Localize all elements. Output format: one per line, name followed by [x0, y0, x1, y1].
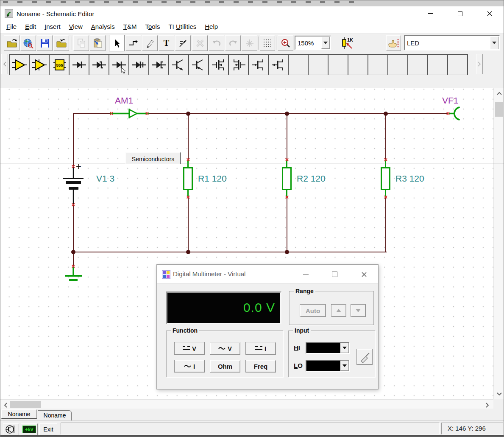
zoom-level-input[interactable]: [295, 36, 321, 49]
palette-schottky-diode[interactable]: [89, 55, 109, 75]
probe-label[interactable]: VF1: [442, 95, 459, 106]
palette-npn-transistor[interactable]: [169, 55, 189, 75]
resistor-symbol[interactable]: [183, 167, 193, 190]
resistor-symbol[interactable]: [282, 167, 292, 190]
grid-toggle-button[interactable]: [260, 35, 275, 51]
component-search-combo[interactable]: [404, 35, 500, 50]
wire-segment[interactable]: [385, 198, 386, 252]
function-ac-voltage-button[interactable]: V: [210, 342, 240, 355]
menu-help[interactable]: Help: [200, 21, 222, 34]
scroll-right-icon[interactable]: [486, 403, 489, 408]
paste-button[interactable]: [90, 35, 106, 51]
multimeter-dialog[interactable]: Digital Multimeter - Virtual 0.0 V Range…: [156, 264, 379, 389]
probe-button[interactable]: [356, 349, 373, 365]
scroll-up-icon[interactable]: [497, 92, 502, 95]
menu-tm[interactable]: T&M: [119, 21, 141, 34]
wire-tool-button[interactable]: [125, 35, 141, 51]
menu-analysis[interactable]: Analysis: [87, 21, 119, 34]
function-dc-voltage-button[interactable]: V: [174, 342, 205, 355]
palette-tunnel-diode[interactable]: [149, 55, 169, 75]
copy-button-disabled[interactable]: [73, 35, 89, 51]
component-search-input[interactable]: [405, 36, 489, 50]
power-5v-button[interactable]: +5V: [21, 423, 38, 435]
palette-pmos-transistor[interactable]: [229, 55, 249, 75]
menu-edit[interactable]: Edit: [21, 21, 40, 34]
vertical-scroll-thumb[interactable]: [495, 102, 503, 117]
scroll-down-icon[interactable]: [497, 392, 502, 396]
horizontal-scroll-thumb[interactable]: [10, 401, 41, 408]
input-hi-dropdown-arrow[interactable]: [340, 343, 349, 353]
last-component-button[interactable]: 1K: [338, 35, 357, 51]
wire-segment[interactable]: [73, 113, 74, 167]
component-combo-dropdown-arrow[interactable]: [490, 36, 498, 49]
palette-opamp-macro[interactable]: [30, 55, 50, 75]
palette-opamp[interactable]: [10, 55, 30, 75]
open-file-button[interactable]: [4, 35, 19, 51]
palette-nmos-transistor[interactable]: [209, 55, 229, 75]
input-hi-combo[interactable]: [306, 342, 350, 354]
multimeter-title-bar[interactable]: Digital Multimeter - Virtual: [157, 265, 378, 284]
point-tool-button-disabled[interactable]: [242, 35, 257, 51]
wire-segment[interactable]: [385, 114, 386, 160]
menu-tools[interactable]: Tools: [141, 21, 164, 34]
redo-button-disabled[interactable]: [225, 35, 241, 51]
wire-segment[interactable]: [188, 198, 189, 252]
wire-segment[interactable]: [73, 113, 112, 114]
delete-button-disabled[interactable]: [192, 35, 208, 51]
resistor-label[interactable]: R1 120: [198, 174, 227, 184]
range-up-button[interactable]: [331, 304, 346, 317]
input-lo-dropdown-arrow[interactable]: [340, 361, 349, 371]
zoom-level-combo[interactable]: [295, 36, 331, 50]
function-freq-button[interactable]: Freq: [245, 360, 276, 373]
palette-timer-555[interactable]: 555: [50, 55, 70, 75]
pencil-tool-button[interactable]: [142, 35, 158, 51]
palette-njfet-transistor[interactable]: [249, 55, 269, 75]
menu-ti-utilities[interactable]: TI Utilities: [164, 21, 200, 34]
range-down-button[interactable]: [351, 304, 366, 317]
zoom-button[interactable]: [278, 35, 293, 51]
sheet-tab-noname-1[interactable]: Noname: [1, 409, 37, 419]
resistor-symbol[interactable]: [381, 167, 390, 190]
dimension-tool-button[interactable]: [175, 35, 191, 51]
exit-button[interactable]: Exit: [39, 423, 57, 435]
vertical-scrollbar[interactable]: [493, 88, 504, 399]
reopen-file-button[interactable]: [53, 35, 69, 51]
battery-label[interactable]: V1 3: [96, 174, 114, 184]
select-tool-button[interactable]: [109, 35, 125, 51]
close-button[interactable]: [475, 6, 504, 21]
function-ohm-button[interactable]: Ohm: [210, 360, 240, 373]
range-auto-button[interactable]: Auto: [300, 304, 326, 317]
ammeter-label[interactable]: AM1: [115, 95, 133, 106]
text-tool-button[interactable]: T: [159, 35, 174, 51]
menu-file[interactable]: File: [2, 21, 21, 34]
multimeter-minimize-button[interactable]: [299, 265, 312, 284]
menu-view[interactable]: View: [65, 21, 87, 34]
tab-semiconductors[interactable]: Semiconductors: [125, 152, 181, 164]
resistor-label[interactable]: R3 120: [395, 174, 424, 184]
wire-segment[interactable]: [287, 114, 287, 160]
palette-pnp-transistor[interactable]: [189, 55, 209, 75]
macro-mode-button[interactable]: [3, 423, 19, 435]
ground-symbol[interactable]: [64, 267, 83, 282]
maximize-button[interactable]: [445, 6, 475, 21]
wire-segment[interactable]: [188, 114, 189, 160]
multimeter-maximize-button[interactable]: [328, 265, 341, 284]
save-button[interactable]: [37, 35, 53, 51]
horizontal-scrollbar[interactable]: [0, 399, 493, 409]
zoom-dropdown-arrow[interactable]: [321, 37, 330, 49]
resistor-label[interactable]: R2 120: [297, 174, 326, 184]
palette-zener-diode[interactable]: [109, 55, 129, 75]
wire-segment[interactable]: [147, 113, 448, 114]
menu-insert[interactable]: Insert: [40, 21, 65, 34]
find-component-button[interactable]: [386, 35, 401, 51]
minimize-button[interactable]: [415, 6, 445, 21]
palette-scroll-left[interactable]: [1, 54, 8, 74]
palette-scroll-right[interactable]: [476, 54, 483, 74]
wire-segment[interactable]: [73, 204, 74, 252]
function-ac-current-button[interactable]: I: [174, 360, 205, 373]
palette-diode[interactable]: [70, 55, 89, 75]
sheet-tab-noname-2[interactable]: Noname: [38, 410, 72, 420]
wire-segment[interactable]: [287, 198, 287, 252]
palette-varactor-diode[interactable]: [129, 55, 149, 75]
multimeter-close-button[interactable]: [358, 265, 370, 284]
